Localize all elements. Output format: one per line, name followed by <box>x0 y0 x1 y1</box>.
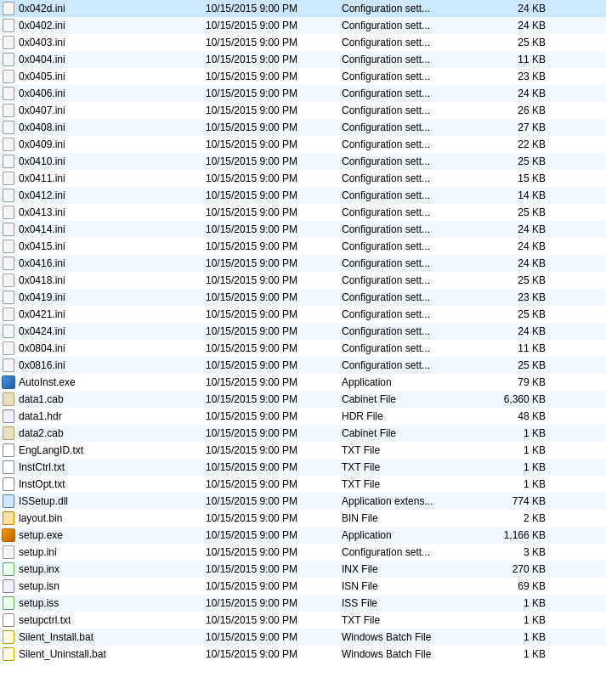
file-date: 10/15/2015 9:00 PM <box>206 580 342 592</box>
file-name: 0x0412.ini <box>19 189 65 201</box>
file-size: 6,360 KB <box>478 393 546 405</box>
table-row[interactable]: 0x0416.ini 10/15/2015 9:00 PM Configurat… <box>0 255 606 272</box>
file-type-icon <box>2 70 15 83</box>
file-name-cell: 0x0407.ini <box>2 104 206 117</box>
file-type: Windows Batch File <box>342 648 478 660</box>
file-type-icon <box>2 375 15 389</box>
file-date: 10/15/2015 9:00 PM <box>206 291 342 303</box>
file-date: 10/15/2015 9:00 PM <box>206 71 342 82</box>
file-name-cell: data2.cab <box>2 426 206 440</box>
file-type-icon <box>2 545 15 559</box>
table-row[interactable]: setup.isn 10/15/2015 9:00 PM ISN File 69… <box>0 578 606 595</box>
file-type: TXT File <box>342 444 478 456</box>
table-row[interactable]: setup.inx 10/15/2015 9:00 PM INX File 27… <box>0 561 606 578</box>
table-row[interactable]: 0x0404.ini 10/15/2015 9:00 PM Configurat… <box>0 51 606 68</box>
file-type-icon <box>2 223 15 236</box>
file-type: Configuration sett... <box>342 274 478 286</box>
file-name: 0x0411.ini <box>19 172 65 184</box>
file-type-icon <box>2 358 15 372</box>
file-name-cell: 0x0405.ini <box>2 70 206 83</box>
table-row[interactable]: 0x0408.ini 10/15/2015 9:00 PM Configurat… <box>0 119 606 136</box>
table-row[interactable]: setup.ini 10/15/2015 9:00 PM Configurati… <box>0 544 606 561</box>
file-date: 10/15/2015 9:00 PM <box>206 631 342 643</box>
file-name: EngLangID.txt <box>19 444 83 456</box>
file-size: 24 KB <box>478 223 546 235</box>
table-row[interactable]: AutoInst.exe 10/15/2015 9:00 PM Applicat… <box>0 374 606 391</box>
file-name-cell: 0x042d.ini <box>2 2 206 15</box>
file-name-cell: 0x0410.ini <box>2 155 206 168</box>
table-row[interactable]: InstOpt.txt 10/15/2015 9:00 PM TXT File … <box>0 476 606 493</box>
table-row[interactable]: 0x0415.ini 10/15/2015 9:00 PM Configurat… <box>0 238 606 255</box>
table-row[interactable]: 0x0405.ini 10/15/2015 9:00 PM Configurat… <box>0 68 606 85</box>
file-name: 0x0404.ini <box>19 54 65 65</box>
file-date: 10/15/2015 9:00 PM <box>206 427 342 439</box>
file-size: 3 KB <box>478 546 546 558</box>
file-type: TXT File <box>342 461 478 473</box>
file-date: 10/15/2015 9:00 PM <box>206 512 342 524</box>
table-row[interactable]: 0x0409.ini 10/15/2015 9:00 PM Configurat… <box>0 136 606 153</box>
file-type: Application extens... <box>342 495 478 507</box>
file-size: 24 KB <box>478 325 546 337</box>
file-type: TXT File <box>342 614 478 626</box>
file-date: 10/15/2015 9:00 PM <box>206 563 342 575</box>
table-row[interactable]: 0x0410.ini 10/15/2015 9:00 PM Configurat… <box>0 153 606 170</box>
file-date: 10/15/2015 9:00 PM <box>206 546 342 558</box>
file-date: 10/15/2015 9:00 PM <box>206 155 342 167</box>
table-row[interactable]: 0x0402.ini 10/15/2015 9:00 PM Configurat… <box>0 17 606 34</box>
file-name: data2.cab <box>19 427 64 439</box>
table-row[interactable]: setup.exe 10/15/2015 9:00 PM Application… <box>0 527 606 544</box>
file-name-cell: setup.ini <box>2 545 206 559</box>
table-row[interactable]: setupctrl.txt 10/15/2015 9:00 PM TXT Fil… <box>0 612 606 629</box>
file-name: setup.exe <box>19 529 63 541</box>
table-row[interactable]: 0x0418.ini 10/15/2015 9:00 PM Configurat… <box>0 272 606 289</box>
file-type: Configuration sett... <box>342 121 478 133</box>
table-row[interactable]: data1.cab 10/15/2015 9:00 PM Cabinet Fil… <box>0 391 606 408</box>
table-row[interactable]: data1.hdr 10/15/2015 9:00 PM HDR File 48… <box>0 408 606 425</box>
file-type-icon <box>2 206 15 219</box>
table-row[interactable]: data2.cab 10/15/2015 9:00 PM Cabinet Fil… <box>0 425 606 442</box>
file-type: Configuration sett... <box>342 240 478 252</box>
file-name-cell: setup.iss <box>2 596 206 610</box>
file-date: 10/15/2015 9:00 PM <box>206 138 342 150</box>
table-row[interactable]: 0x042d.ini 10/15/2015 9:00 PM Configurat… <box>0 0 606 17</box>
file-type-icon <box>2 511 15 525</box>
file-type-icon <box>2 240 15 253</box>
file-name-cell: InstOpt.txt <box>2 477 206 491</box>
table-row[interactable]: 0x0816.ini 10/15/2015 9:00 PM Configurat… <box>0 357 606 374</box>
table-row[interactable]: Silent_Install.bat 10/15/2015 9:00 PM Wi… <box>0 629 606 646</box>
file-type: Configuration sett... <box>342 223 478 235</box>
table-row[interactable]: 0x0421.ini 10/15/2015 9:00 PM Configurat… <box>0 306 606 323</box>
file-name: Silent_Install.bat <box>19 631 93 643</box>
file-name: 0x0405.ini <box>19 71 65 82</box>
file-name-cell: 0x0403.ini <box>2 36 206 49</box>
table-row[interactable]: 0x0424.ini 10/15/2015 9:00 PM Configurat… <box>0 323 606 340</box>
file-name-cell: 0x0412.ini <box>2 189 206 202</box>
file-name: 0x0406.ini <box>19 88 65 99</box>
table-row[interactable]: 0x0403.ini 10/15/2015 9:00 PM Configurat… <box>0 34 606 51</box>
table-row[interactable]: EngLangID.txt 10/15/2015 9:00 PM TXT Fil… <box>0 442 606 459</box>
table-row[interactable]: layout.bin 10/15/2015 9:00 PM BIN File 2… <box>0 510 606 527</box>
table-row[interactable]: 0x0804.ini 10/15/2015 9:00 PM Configurat… <box>0 340 606 357</box>
file-size: 25 KB <box>478 308 546 320</box>
table-row[interactable]: 0x0414.ini 10/15/2015 9:00 PM Configurat… <box>0 221 606 238</box>
table-row[interactable]: 0x0419.ini 10/15/2015 9:00 PM Configurat… <box>0 289 606 306</box>
table-row[interactable]: InstCtrl.txt 10/15/2015 9:00 PM TXT File… <box>0 459 606 476</box>
file-type-icon <box>2 613 15 627</box>
file-date: 10/15/2015 9:00 PM <box>206 274 342 286</box>
file-type-icon <box>2 562 15 576</box>
file-type: Configuration sett... <box>342 359 478 371</box>
file-name: 0x0804.ini <box>19 342 65 354</box>
table-row[interactable]: ISSetup.dll 10/15/2015 9:00 PM Applicati… <box>0 493 606 510</box>
file-name-cell: EngLangID.txt <box>2 443 206 457</box>
table-row[interactable]: setup.iss 10/15/2015 9:00 PM ISS File 1 … <box>0 595 606 612</box>
table-row[interactable]: 0x0413.ini 10/15/2015 9:00 PM Configurat… <box>0 204 606 221</box>
table-row[interactable]: 0x0412.ini 10/15/2015 9:00 PM Configurat… <box>0 187 606 204</box>
file-name-cell: 0x0408.ini <box>2 121 206 134</box>
table-row[interactable]: 0x0406.ini 10/15/2015 9:00 PM Configurat… <box>0 85 606 102</box>
table-row[interactable]: 0x0407.ini 10/15/2015 9:00 PM Configurat… <box>0 102 606 119</box>
file-type-icon <box>2 325 15 338</box>
file-type-icon <box>2 342 15 355</box>
file-type-icon <box>2 528 15 542</box>
table-row[interactable]: 0x0411.ini 10/15/2015 9:00 PM Configurat… <box>0 170 606 187</box>
table-row[interactable]: Silent_Uninstall.bat 10/15/2015 9:00 PM … <box>0 646 606 663</box>
